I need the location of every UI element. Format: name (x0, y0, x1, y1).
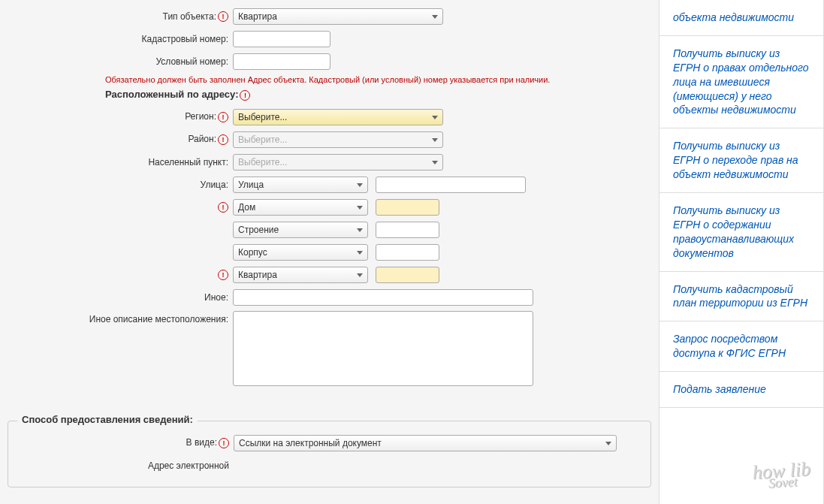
format-select[interactable]: Ссылки на электронный документ (234, 435, 617, 451)
street-name-input[interactable] (376, 177, 526, 193)
main-form: Тип объекта:! Квартира Кадастровый номер… (0, 0, 659, 504)
object-type-label: Тип объекта:! (8, 11, 233, 23)
sidebar-link[interactable]: Получить кадастровый план территории из … (660, 272, 823, 322)
building-type-select[interactable]: Строение (233, 222, 368, 238)
sidebar-link[interactable]: Подать заявление (660, 372, 823, 408)
settlement-select[interactable]: Выберите... (233, 154, 443, 171)
required-icon: ! (218, 134, 228, 145)
other-input[interactable] (233, 289, 533, 306)
other-desc-textarea[interactable] (233, 311, 533, 386)
apartment-type-select[interactable]: Квартира (233, 267, 368, 283)
sidebar-link[interactable]: Получить выписку из ЕГРН о содержании пр… (660, 193, 823, 272)
required-icon: ! (240, 90, 250, 101)
delivery-legend: Способ предоставления сведений: (17, 414, 198, 425)
cond-number-label: Условный номер: (8, 56, 233, 67)
required-icon: ! (218, 202, 228, 213)
corpus-number-input[interactable] (376, 244, 439, 261)
district-label: Район:! (8, 134, 233, 145)
email-label: Адрес электронной (8, 460, 234, 471)
settlement-label: Населенный пункт: (8, 157, 233, 167)
street-type-select[interactable]: Улица (233, 177, 368, 193)
cad-number-label: Кадастровый номер: (8, 34, 233, 44)
required-icon: ! (218, 112, 228, 122)
house-number-input[interactable] (376, 199, 439, 216)
apartment-number-input[interactable] (376, 267, 439, 283)
delivery-fieldset: Способ предоставления сведений: В виде:!… (8, 421, 651, 487)
other-label: Иное: (8, 292, 233, 303)
sidebar: объекта недвижимости Получить выписку из… (659, 0, 824, 504)
street-label: Улица: (8, 180, 233, 190)
apartment-label: ! (8, 269, 233, 280)
required-icon: ! (218, 11, 228, 22)
district-select[interactable]: Выберите... (233, 131, 443, 148)
sidebar-link[interactable]: Получить выписку из ЕГРН о правах отдель… (660, 36, 823, 128)
other-desc-label: Иное описание местоположения: (8, 311, 233, 324)
sidebar-link[interactable]: объекта недвижимости (660, 0, 823, 36)
object-type-select[interactable]: Квартира (233, 8, 443, 25)
cad-number-input[interactable] (233, 31, 331, 47)
cond-number-input[interactable] (233, 53, 331, 70)
region-select[interactable]: Выберите... (233, 109, 443, 125)
building-number-input[interactable] (376, 222, 439, 238)
address-hint: Обязательно должен быть заполнен Адрес о… (105, 75, 651, 84)
sidebar-link[interactable]: Получить выписку из ЕГРН о переходе прав… (660, 128, 823, 193)
address-heading: Расположенный по адресу:! (105, 89, 651, 101)
region-label: Регион:! (8, 111, 233, 122)
format-label: В виде:! (8, 437, 234, 448)
corpus-type-select[interactable]: Корпус (233, 244, 368, 261)
required-icon: ! (219, 438, 229, 448)
house-label: ! (8, 201, 233, 213)
required-icon: ! (218, 270, 228, 280)
house-type-select[interactable]: Дом (233, 199, 368, 216)
sidebar-link[interactable]: Запрос посредством доступа к ФГИС ЕГРН (660, 321, 823, 372)
